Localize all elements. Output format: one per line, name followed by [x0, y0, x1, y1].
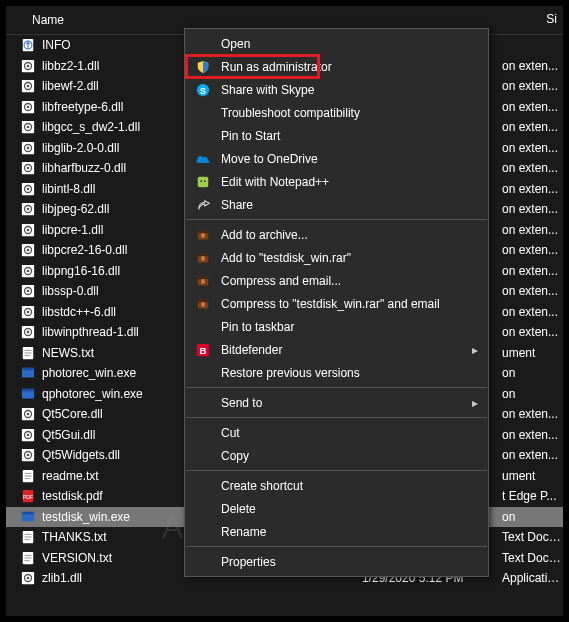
svg-rect-86 [198, 230, 209, 233]
rar-icon [193, 296, 213, 312]
svg-rect-92 [198, 276, 209, 279]
blank-icon [193, 554, 213, 570]
menu-item[interactable]: Copy [185, 444, 488, 467]
menu-separator [186, 546, 487, 547]
svg-rect-68 [22, 512, 34, 515]
svg-rect-93 [201, 279, 205, 283]
menu-item-label: Compress and email... [221, 274, 460, 288]
txt-icon [20, 529, 36, 545]
menu-item[interactable]: Pin to Start [185, 124, 488, 147]
menu-item[interactable]: Add to "testdisk_win.rar" [185, 246, 488, 269]
rar-icon [193, 227, 213, 243]
svg-point-83 [200, 180, 202, 182]
menu-item-label: Run as administrator [221, 60, 460, 74]
menu-item-label: Cut [221, 426, 460, 440]
file-type: on [502, 510, 563, 524]
file-type: on exten... [502, 428, 563, 442]
menu-item-label: Properties [221, 555, 460, 569]
svg-point-34 [27, 269, 30, 272]
gear-icon [20, 283, 36, 299]
svg-point-57 [27, 433, 30, 436]
gear-icon [20, 181, 36, 197]
file-type: on exten... [502, 448, 563, 462]
file-type: on exten... [502, 407, 563, 421]
menu-item[interactable]: Edit with Notepad++ [185, 170, 488, 193]
menu-item[interactable]: Rename [185, 520, 488, 543]
file-type: Text Document [502, 530, 563, 544]
menu-item-label: Edit with Notepad++ [221, 175, 460, 189]
file-type: on exten... [502, 100, 563, 114]
blank-icon [193, 501, 213, 517]
svg-rect-96 [201, 302, 205, 306]
svg-text:S: S [200, 85, 206, 95]
svg-rect-82 [198, 176, 209, 187]
share-icon [193, 197, 213, 213]
svg-rect-89 [198, 253, 209, 256]
svg-point-31 [27, 249, 30, 252]
file-type: on exten... [502, 161, 563, 175]
menu-item-label: Copy [221, 449, 460, 463]
file-type: on [502, 387, 563, 401]
blank-icon [193, 395, 213, 411]
svg-rect-49 [22, 368, 34, 371]
column-header-name[interactable]: Name [18, 10, 358, 30]
menu-item[interactable]: Send to▸ [185, 391, 488, 414]
menu-item[interactable]: Open [185, 32, 488, 55]
svg-rect-51 [22, 389, 34, 392]
svg-text:B: B [200, 344, 207, 355]
menu-item[interactable]: Pin to taskbar [185, 315, 488, 338]
menu-item-label: Compress to "testdisk_win.rar" and email [221, 297, 460, 311]
rar-icon [193, 250, 213, 266]
svg-point-10 [27, 105, 30, 108]
svg-point-54 [27, 413, 30, 416]
menu-item[interactable]: BBitdefender▸ [185, 338, 488, 361]
blank-icon [193, 128, 213, 144]
svg-point-22 [27, 187, 30, 190]
svg-point-84 [204, 180, 206, 182]
file-type: on exten... [502, 59, 563, 73]
gear-icon [20, 242, 36, 258]
blank-icon [193, 524, 213, 540]
menu-item[interactable]: Troubleshoot compatibility [185, 101, 488, 124]
menu-item-label: Troubleshoot compatibility [221, 106, 460, 120]
menu-item[interactable]: Create shortcut [185, 474, 488, 497]
svg-text:PDF: PDF [23, 494, 34, 500]
menu-item[interactable]: Properties [185, 550, 488, 573]
menu-item[interactable]: Run as administrator [185, 55, 488, 78]
menu-item[interactable]: Cut [185, 421, 488, 444]
menu-item[interactable]: Share [185, 193, 488, 216]
gear-icon [20, 78, 36, 94]
file-type: Application exten... [502, 571, 563, 585]
gear-icon [20, 140, 36, 156]
menu-item[interactable]: Move to OneDrive [185, 147, 488, 170]
blank-icon [193, 365, 213, 381]
txt-icon [20, 345, 36, 361]
svg-point-16 [27, 146, 30, 149]
app-icon [20, 386, 36, 402]
context-menu: OpenRun as administratorSShare with Skyp… [184, 28, 489, 577]
chevron-right-icon: ▸ [472, 343, 478, 357]
rar-icon [193, 273, 213, 289]
menu-separator [186, 417, 487, 418]
menu-item[interactable]: Compress and email... [185, 269, 488, 292]
menu-item[interactable]: Delete [185, 497, 488, 520]
gear-icon [20, 406, 36, 422]
blank-icon [193, 425, 213, 441]
blank-icon [193, 319, 213, 335]
bitdef-icon: B [193, 342, 213, 358]
menu-item[interactable]: Add to archive... [185, 223, 488, 246]
column-header-si[interactable]: Si [546, 12, 557, 26]
menu-item[interactable]: SShare with Skype [185, 78, 488, 101]
gear-icon [20, 324, 36, 340]
file-type: on exten... [502, 120, 563, 134]
txt-icon [20, 468, 36, 484]
file-type: t Edge P... [502, 489, 563, 503]
blank-icon [193, 478, 213, 494]
file-type: ument [502, 469, 563, 483]
gear-icon [20, 58, 36, 74]
menu-item[interactable]: Compress to "testdisk_win.rar" and email [185, 292, 488, 315]
svg-point-4 [27, 64, 30, 67]
menu-item[interactable]: Restore previous versions [185, 361, 488, 384]
menu-item-label: Send to [221, 396, 460, 410]
menu-item-label: Rename [221, 525, 460, 539]
